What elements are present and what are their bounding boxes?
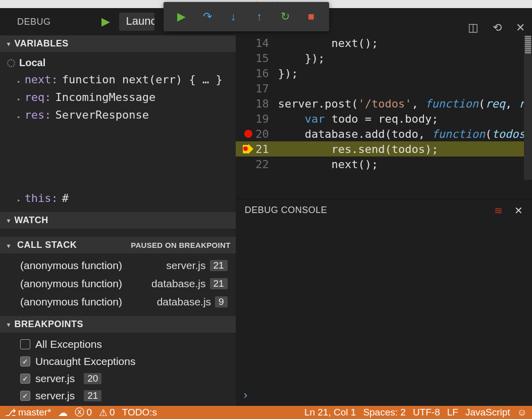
continue-button[interactable]: ▶ <box>175 10 189 23</box>
variable-value: function next(err) { … } <box>62 73 223 86</box>
line-number: 20 <box>254 128 278 140</box>
callstack-frame[interactable]: (anonymous function) database.js 9 <box>0 293 236 311</box>
variables-scope-local[interactable]: Local <box>0 55 236 71</box>
cloud-icon: ☁ <box>58 407 68 418</box>
frame-file: server.js <box>166 259 205 272</box>
chevron-right-icon: ▸ <box>17 96 21 102</box>
code-line[interactable]: 22 next(); <box>236 156 532 172</box>
callstack-section-header[interactable]: ▾ CALL STACK PAUSED ON BREAKPOINT <box>0 237 236 253</box>
code-line[interactable]: 19 var todo = req.body; <box>236 111 532 126</box>
editor-actions: ◫ ⟲ ✕ <box>468 21 525 34</box>
variables-section-header[interactable]: ▾ VARIABLES <box>0 35 236 52</box>
console-prompt-icon: › <box>244 389 247 402</box>
step-over-button[interactable]: ↷ <box>200 10 215 23</box>
debug-console-input[interactable]: › <box>236 385 532 406</box>
step-into-button[interactable]: ↓ <box>226 10 240 23</box>
breakpoint-label: server.js <box>35 373 75 385</box>
breakpoint-row[interactable]: ✓ Uncaught Exceptions <box>0 353 236 370</box>
code-line[interactable]: 18 server.post('/todos', function(req, r <box>236 96 532 111</box>
breakpoints-section-header[interactable]: ▾ BREAKPOINTS <box>0 316 236 333</box>
chevron-down-icon: ▾ <box>7 242 11 249</box>
chevron-right-icon: ▸ <box>17 197 21 203</box>
variable-row[interactable]: ▸ req: IncomingMessage <box>0 88 236 106</box>
variable-row[interactable]: ▸ this: # <box>0 124 236 207</box>
code-line[interactable]: 20 database.add(todo, function(todos) <box>236 126 532 141</box>
language-mode[interactable]: JavaScript <box>465 407 510 418</box>
code-line[interactable]: 17 <box>236 81 532 96</box>
breakpoint-label: All Exceptions <box>35 338 102 350</box>
variable-value: IncomingMessage <box>56 91 156 103</box>
variable-name: res: <box>25 109 51 121</box>
line-number: 16 <box>254 67 278 80</box>
variable-value: ServerResponse <box>56 109 149 121</box>
code-line[interactable]: 15 }); <box>236 50 532 66</box>
branch-icon: ⎇ <box>5 407 16 418</box>
encoding[interactable]: UTF-8 <box>413 407 440 418</box>
variable-name: this: <box>25 192 58 204</box>
debug-sidebar: ▾ VARIABLES Local ▸ next: function next(… <box>0 35 236 406</box>
breakpoint-checkbox[interactable]: ✓ <box>20 374 30 384</box>
callstack-frame[interactable]: (anonymous function) server.js 21 <box>0 256 236 275</box>
current-line-icon <box>242 144 252 153</box>
breakpoint-checkbox[interactable]: ✓ <box>20 356 30 366</box>
eol[interactable]: LF <box>447 407 458 418</box>
code-editor[interactable]: 14 next(); 15 }); 16 }); 17 18 server.po… <box>236 35 532 199</box>
minimap[interactable] <box>524 35 532 180</box>
git-branch[interactable]: ⎇ master* <box>5 407 51 418</box>
restart-button[interactable]: ↻ <box>278 10 292 23</box>
gutter[interactable] <box>236 128 254 140</box>
chevron-down-icon: ▾ <box>7 40 11 47</box>
breakpoint-row[interactable]: ✓ server.js20 <box>0 370 236 387</box>
gutter[interactable] <box>236 143 254 155</box>
code-line[interactable]: 14 next(); <box>236 35 532 50</box>
step-out-button[interactable]: ↑ <box>252 10 267 23</box>
line-content: var todo = req.body; <box>278 113 439 125</box>
code-line[interactable]: 16 }); <box>236 66 532 81</box>
callstack-frame[interactable]: (anonymous function) database.js 21 <box>0 275 236 293</box>
todos[interactable]: TODO:s <box>122 407 157 418</box>
breakpoint-checkbox[interactable]: ✓ <box>20 391 30 401</box>
clear-console-icon[interactable]: ≋ <box>494 204 503 217</box>
cursor-position[interactable]: Ln 21, Col 1 <box>304 407 356 418</box>
frame-line: 21 <box>210 260 228 271</box>
variable-row[interactable]: ▸ next: function next(err) { … } <box>0 71 236 88</box>
start-debug-button[interactable]: ▶ <box>101 15 110 28</box>
debug-config-dropdown[interactable]: Launch <box>119 13 154 31</box>
breakpoint-line: 20 <box>84 373 101 384</box>
close-panel-icon[interactable]: ✕ <box>514 204 523 217</box>
split-editor-icon[interactable]: ◫ <box>468 21 478 34</box>
variables-title: VARIABLES <box>15 38 69 49</box>
debug-console-output[interactable] <box>236 221 532 385</box>
feedback-icon[interactable]: ☺ <box>517 407 527 418</box>
indentation[interactable]: Spaces: 2 <box>363 407 406 418</box>
frame-file: database.js <box>157 296 211 308</box>
breakpoint-checkbox[interactable] <box>20 339 30 349</box>
line-content: res.send(todos); <box>278 143 439 155</box>
callstack-title: CALL STACK <box>17 240 77 250</box>
breakpoint-line: 21 <box>84 390 101 401</box>
code-line[interactable]: 21 res.send(todos); <box>236 141 532 156</box>
close-editor-icon[interactable]: ✕ <box>516 21 525 34</box>
errors-count[interactable]: ⓧ 0 <box>75 406 92 419</box>
warnings-count[interactable]: ⚠ 0 <box>99 407 115 418</box>
watch-section-header[interactable]: ▾ WATCH <box>0 212 236 229</box>
git-sync[interactable]: ☁ <box>58 407 68 418</box>
show-opened-icon[interactable]: ⟲ <box>493 21 502 34</box>
error-icon: ⓧ <box>75 406 84 419</box>
line-number: 19 <box>254 113 278 125</box>
breakpoint-row[interactable]: ✓ server.js21 <box>0 387 236 404</box>
watch-body <box>0 229 236 237</box>
stop-button[interactable]: ■ <box>304 10 318 23</box>
breakpoints-body: All Exceptions✓ Uncaught Exceptions✓ ser… <box>0 333 236 409</box>
frame-line: 9 <box>215 296 228 307</box>
loading-spinner-icon <box>7 59 15 67</box>
breakpoint-label: server.js <box>35 390 75 402</box>
debug-console-title: DEBUG CONSOLE <box>245 205 328 216</box>
frame-line: 21 <box>210 278 228 289</box>
breakpoint-label: Uncaught Exceptions <box>35 355 135 368</box>
variables-body: Local ▸ next: function next(err) { … }▸ … <box>0 52 236 212</box>
variable-row[interactable]: ▸ res: ServerResponse <box>0 106 236 124</box>
breakpoint-icon[interactable] <box>244 130 252 138</box>
breakpoint-row[interactable]: All Exceptions <box>0 336 236 353</box>
debug-toolbar[interactable]: ▶ ↷ ↓ ↑ ↻ ■ <box>164 2 329 31</box>
